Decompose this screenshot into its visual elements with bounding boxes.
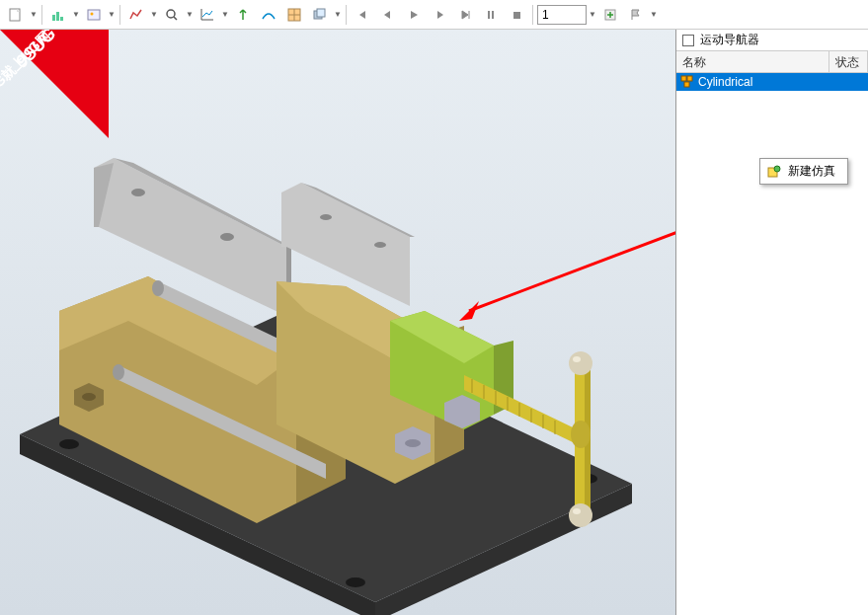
dropdown-icon[interactable]: ▼ xyxy=(186,10,194,19)
tree-item-cylindrical[interactable]: Cylindrical xyxy=(676,73,868,91)
vise-model xyxy=(0,89,671,615)
playback-play-icon[interactable] xyxy=(402,4,426,26)
main-toolbar: ▼ ▼ ▼ ▼ ▼ ▼ ▼ ▼ ▼ xyxy=(0,0,868,30)
column-name[interactable]: 名称 xyxy=(676,51,829,72)
svg-point-21 xyxy=(82,393,96,401)
svg-point-41 xyxy=(571,421,591,448)
tool-layers-icon[interactable] xyxy=(308,4,332,26)
dropdown-icon[interactable]: ▼ xyxy=(108,10,116,19)
3d-viewport[interactable]: 9SUG 学UG就上UG网 xyxy=(0,30,675,615)
navigator-checkbox[interactable] xyxy=(682,35,694,46)
svg-point-26 xyxy=(320,214,332,220)
tool-graph-icon[interactable] xyxy=(196,4,219,26)
svg-point-6 xyxy=(167,10,175,18)
separator xyxy=(119,5,120,25)
motion-navigator-panel: 运动导航器 名称 状态 Cylindrical xyxy=(675,30,868,615)
menu-item-label: 新建仿真 xyxy=(788,163,835,180)
svg-rect-13 xyxy=(488,11,490,19)
tool-image-icon[interactable] xyxy=(82,4,106,26)
tool-grid-icon[interactable] xyxy=(282,4,306,26)
svg-point-24 xyxy=(152,280,164,296)
svg-rect-2 xyxy=(56,12,59,21)
dropdown-icon[interactable]: ▼ xyxy=(30,10,38,19)
playback-last-icon[interactable] xyxy=(453,4,477,26)
svg-point-17 xyxy=(59,439,79,449)
svg-point-25 xyxy=(113,364,124,380)
svg-rect-1 xyxy=(52,15,55,21)
separator xyxy=(346,5,347,25)
svg-point-5 xyxy=(91,12,94,15)
navigator-header: 运动导航器 xyxy=(676,30,868,51)
tool-chart-icon[interactable] xyxy=(46,4,70,26)
playback-next-icon[interactable] xyxy=(428,4,451,26)
dropdown-icon[interactable]: ▼ xyxy=(221,10,229,19)
svg-point-23 xyxy=(220,233,234,241)
svg-point-37 xyxy=(569,351,592,375)
svg-point-28 xyxy=(405,439,421,447)
svg-point-38 xyxy=(573,356,581,362)
svg-rect-43 xyxy=(681,76,686,81)
svg-rect-4 xyxy=(88,10,100,20)
tool-plot-icon[interactable] xyxy=(124,4,148,26)
separator xyxy=(41,5,42,25)
tool-add-icon[interactable] xyxy=(598,4,622,26)
menu-new-simulation[interactable]: 新建仿真 xyxy=(760,159,847,184)
new-sim-icon xyxy=(766,164,782,180)
dropdown-icon[interactable]: ▼ xyxy=(589,10,596,19)
column-status[interactable]: 状态 xyxy=(829,51,868,72)
dropdown-icon[interactable]: ▼ xyxy=(650,10,658,19)
main-area: 9SUG 学UG就上UG网 xyxy=(0,30,868,615)
svg-point-18 xyxy=(346,577,365,587)
tool-curve-icon[interactable] xyxy=(257,4,280,26)
tree-item-label: Cylindrical xyxy=(698,75,752,89)
dropdown-icon[interactable]: ▼ xyxy=(334,10,342,19)
context-menu: 新建仿真 xyxy=(759,158,848,185)
separator xyxy=(532,5,533,25)
playback-first-icon[interactable] xyxy=(351,4,374,26)
svg-point-27 xyxy=(374,242,386,248)
frame-input[interactable] xyxy=(537,5,587,25)
navigator-columns: 名称 状态 xyxy=(676,51,868,73)
assembly-icon xyxy=(680,75,694,89)
playback-prev-icon[interactable] xyxy=(376,4,400,26)
svg-rect-15 xyxy=(513,12,520,19)
svg-rect-14 xyxy=(492,11,494,19)
navigator-tree[interactable]: Cylindrical xyxy=(676,73,868,615)
tool-arrow-icon[interactable] xyxy=(231,4,255,26)
svg-rect-44 xyxy=(687,76,692,81)
navigator-title: 运动导航器 xyxy=(700,32,759,48)
dropdown-icon[interactable]: ▼ xyxy=(72,10,80,19)
tool-zoom-icon[interactable] xyxy=(160,4,184,26)
playback-pause-icon[interactable] xyxy=(479,4,503,26)
tool-flag-icon[interactable] xyxy=(624,4,648,26)
svg-rect-12 xyxy=(317,9,325,17)
tool-new-icon[interactable] xyxy=(4,4,28,26)
svg-point-39 xyxy=(569,503,592,527)
svg-rect-45 xyxy=(684,82,689,87)
dropdown-icon[interactable]: ▼ xyxy=(150,10,158,19)
playback-stop-icon[interactable] xyxy=(505,4,528,26)
svg-line-7 xyxy=(174,17,177,20)
svg-point-22 xyxy=(131,189,145,196)
svg-point-40 xyxy=(573,508,581,514)
svg-rect-3 xyxy=(60,17,63,21)
svg-point-47 xyxy=(774,166,780,172)
